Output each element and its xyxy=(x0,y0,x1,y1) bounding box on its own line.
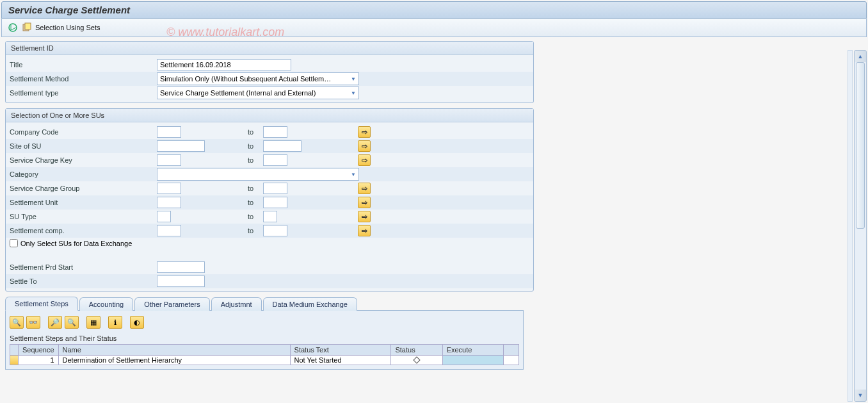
to-label: to xyxy=(244,156,263,164)
execute-icon[interactable] xyxy=(7,22,19,33)
col-execute[interactable]: Execute xyxy=(442,345,504,356)
arrow-right-icon: ⇨ xyxy=(362,142,367,151)
table-header-row: Sequence Name Status Text Status Execute xyxy=(10,345,519,356)
to-label: to xyxy=(244,128,263,136)
cell-sequence: 1 xyxy=(19,356,59,365)
tab-data-medium[interactable]: Data Medium Exchange xyxy=(263,297,357,311)
inner-scrollbar[interactable] xyxy=(848,50,853,402)
company-code-to[interactable] xyxy=(263,126,287,138)
col-name[interactable]: Name xyxy=(58,345,290,356)
multiple-selection-button[interactable]: ⇨ xyxy=(358,126,371,138)
page-title: Service Charge Settlement xyxy=(1,1,867,19)
arrow-right-icon: ⇨ xyxy=(362,128,367,136)
info-icon[interactable]: ℹ xyxy=(108,316,122,329)
tab-accounting[interactable]: Accounting xyxy=(79,297,133,311)
sort-icon[interactable]: 👓 xyxy=(26,316,40,329)
dropdown-value: Service Charge Settlement (Internal and … xyxy=(160,89,316,97)
to-label: to xyxy=(244,199,263,206)
sutype-from[interactable] xyxy=(157,211,171,222)
multiple-selection-button[interactable]: ⇨ xyxy=(358,211,371,222)
sutype-to[interactable] xyxy=(263,211,277,222)
grid-toolbar: 🔍 👓 🔎 🔍 ▦ ℹ ◐ xyxy=(10,315,519,333)
cell-status xyxy=(391,356,442,365)
label-su-type: SU Type xyxy=(10,213,157,220)
settlement-method-dropdown[interactable]: Simulation Only (Without Subsequent Actu… xyxy=(157,72,359,85)
scg-from[interactable] xyxy=(157,183,181,194)
table-row[interactable]: 1 Determination of Settlement Hierarchy … xyxy=(10,356,519,365)
layout-icon[interactable]: ▦ xyxy=(86,316,100,329)
tab-other-parameters[interactable]: Other Parameters xyxy=(134,297,209,311)
col-sequence[interactable]: Sequence xyxy=(19,345,59,356)
col-status-text[interactable]: Status Text xyxy=(290,345,391,356)
col-status[interactable]: Status xyxy=(391,345,442,356)
settlement-type-dropdown[interactable]: Service Charge Settlement (Internal and … xyxy=(157,86,359,99)
label-settlement-comp: Settlement comp. xyxy=(10,227,157,234)
site-from[interactable] xyxy=(157,140,205,152)
arrow-right-icon: ⇨ xyxy=(362,156,367,165)
panel-subtitle: Settlement Steps and Their Status xyxy=(10,333,519,344)
arrow-right-icon: ⇨ xyxy=(362,227,367,235)
label-category: Category xyxy=(10,170,157,178)
tab-settlement-steps[interactable]: Settlement Steps xyxy=(5,297,78,311)
tab-adjustment[interactable]: Adjustmnt xyxy=(211,297,262,311)
scroll-track[interactable] xyxy=(855,62,866,390)
to-label: to xyxy=(244,185,263,192)
sck-from[interactable] xyxy=(157,154,181,166)
label-settlement-type: Settlement type xyxy=(10,89,157,97)
scroll-up-icon[interactable]: ▲ xyxy=(855,51,866,62)
category-dropdown[interactable]: ▼ xyxy=(157,168,359,181)
site-to[interactable] xyxy=(263,140,301,152)
scg-to[interactable] xyxy=(263,183,287,194)
details-icon[interactable]: 🔍 xyxy=(10,316,24,329)
chevron-down-icon: ▼ xyxy=(351,90,356,96)
to-label: to xyxy=(244,213,263,220)
multiple-selection-button[interactable]: ⇨ xyxy=(358,140,371,152)
multiple-selection-button[interactable]: ⇨ xyxy=(358,197,371,208)
groupbox-su-selection: Selection of One or More SUs Company Cod… xyxy=(5,108,534,292)
steps-table: Sequence Name Status Text Status Execute… xyxy=(10,344,519,365)
scroll-thumb[interactable] xyxy=(856,62,865,229)
variant-icon[interactable] xyxy=(21,22,33,33)
diamond-icon xyxy=(413,356,420,363)
chart-icon[interactable]: ◐ xyxy=(130,316,144,329)
arrow-right-icon: ⇨ xyxy=(362,199,367,207)
selection-using-sets-link[interactable]: Selection Using Sets xyxy=(35,24,100,31)
multiple-selection-button[interactable]: ⇨ xyxy=(358,183,371,194)
arrow-right-icon: ⇨ xyxy=(362,185,367,193)
only-select-label: Only Select SUs for Data Exchange xyxy=(20,240,132,247)
to-label: to xyxy=(244,227,263,234)
settle-to-input[interactable] xyxy=(157,276,205,287)
row-selector[interactable] xyxy=(10,356,19,365)
company-code-from[interactable] xyxy=(157,126,181,138)
arrow-right-icon: ⇨ xyxy=(362,213,367,221)
label-title: Title xyxy=(10,61,157,69)
scroll-down-icon[interactable]: ▼ xyxy=(855,390,866,401)
su-from[interactable] xyxy=(157,197,181,208)
cell-name: Determination of Settlement Hierarchy xyxy=(58,356,290,365)
only-select-checkbox[interactable] xyxy=(10,239,18,247)
label-company-code: Company Code xyxy=(10,128,157,136)
tabstrip: Settlement Steps Accounting Other Parame… xyxy=(5,297,863,311)
comp-to[interactable] xyxy=(263,225,287,236)
period-start-input[interactable] xyxy=(157,261,205,273)
vertical-scrollbar[interactable]: ▲ ▼ xyxy=(854,50,867,402)
dropdown-value: Simulation Only (Without Subsequent Actu… xyxy=(160,75,331,83)
label-settle-to: Settle To xyxy=(10,277,157,285)
comp-from[interactable] xyxy=(157,225,181,236)
to-label: to xyxy=(244,142,263,150)
label-period-start: Settlement Prd Start xyxy=(10,263,157,271)
label-settlement-method: Settlement Method xyxy=(10,75,157,83)
multiple-selection-button[interactable]: ⇨ xyxy=(358,154,371,166)
multiple-selection-button[interactable]: ⇨ xyxy=(358,225,371,236)
sck-to[interactable] xyxy=(263,154,287,166)
tab-panel-settlement-steps: 🔍 👓 🔎 🔍 ▦ ℹ ◐ Settlement Steps and Their… xyxy=(5,310,524,370)
su-to[interactable] xyxy=(263,197,287,208)
title-input[interactable] xyxy=(157,59,291,70)
find-next-icon[interactable]: 🔍 xyxy=(65,316,79,329)
cell-execute[interactable] xyxy=(442,356,504,365)
find-icon[interactable]: 🔎 xyxy=(48,316,62,329)
label-settlement-unit: Settlement Unit xyxy=(10,199,157,206)
label-service-charge-group: Service Charge Group xyxy=(10,185,157,192)
app-toolbar: Selection Using Sets xyxy=(1,19,867,37)
groupbox-title: Selection of One or More SUs xyxy=(6,109,533,122)
